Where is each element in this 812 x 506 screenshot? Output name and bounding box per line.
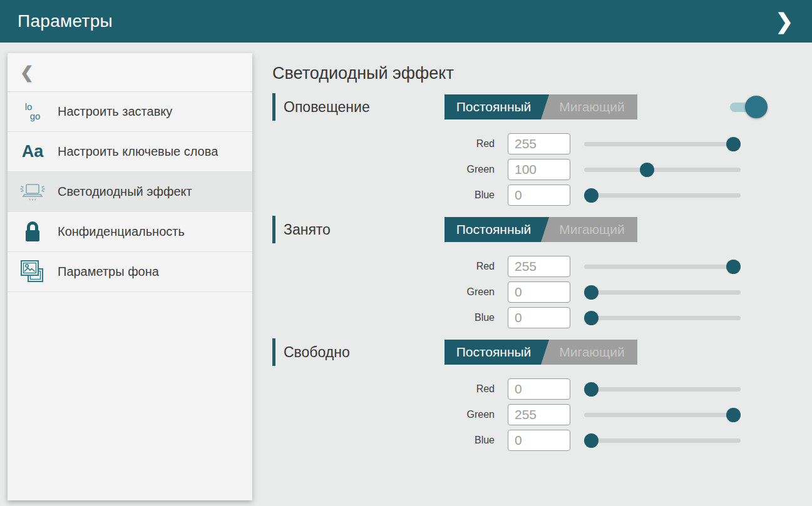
slider-track[interactable] (584, 142, 741, 146)
sidebar-item-label: Светодиодный эффект (58, 183, 196, 200)
section-notification: Оповещение Мигающий Постоянный Red (272, 93, 770, 206)
sidebar-item-label: Настроить заставку (58, 103, 176, 120)
sidebar-item-label: Конфиденциальность (58, 223, 188, 240)
expand-chevron-icon[interactable]: ❯ (772, 8, 798, 34)
content-title: Светодиодный эффект (272, 64, 770, 83)
blue-label: Blue (272, 435, 495, 446)
sidebar-item-screensaver[interactable]: lo go Настроить заставку (8, 92, 252, 132)
slider-track[interactable] (584, 290, 741, 295)
red-label: Red (272, 261, 495, 272)
rgb-row-green: Green (272, 404, 770, 425)
red-slider-thumb[interactable] (726, 260, 741, 274)
slider-track[interactable] (584, 265, 741, 269)
blue-label: Blue (272, 190, 495, 201)
green-slider (584, 404, 741, 425)
red-slider (584, 256, 741, 277)
blue-slider (584, 307, 741, 328)
slider-track[interactable] (584, 193, 741, 198)
blue-slider (584, 430, 741, 451)
slider-track[interactable] (584, 387, 741, 392)
blue-value-input[interactable] (508, 307, 570, 328)
blue-value-input[interactable] (508, 185, 570, 206)
green-value-input[interactable] (508, 159, 570, 180)
sidebar-item-led-effect[interactable]: Светодиодный эффект (8, 172, 252, 212)
section-busy: Занято Мигающий Постоянный Red Green (272, 215, 770, 328)
section-header: Занято Мигающий Постоянный (272, 215, 770, 244)
red-label: Red (272, 383, 495, 395)
settings-window: Параметры ❯ ❮ lo go Настроить заставку A… (0, 0, 812, 506)
mode-option-blinking[interactable]: Мигающий (547, 94, 637, 119)
rgb-row-green: Green (272, 281, 770, 303)
mode-toggle: Мигающий Постоянный (445, 340, 637, 365)
green-slider-thumb[interactable] (640, 163, 654, 177)
red-label: Red (272, 138, 495, 149)
sidebar-item-background[interactable]: Параметры фона (8, 252, 252, 292)
mode-toggle: Мигающий Постоянный (445, 94, 637, 119)
slider-track[interactable] (584, 316, 741, 320)
mode-option-solid[interactable]: Постоянный (445, 94, 549, 119)
blue-slider-thumb[interactable] (584, 188, 599, 203)
blue-slider-thumb[interactable] (584, 433, 599, 448)
rgb-row-red: Red (272, 378, 770, 400)
section-header: Оповещение Мигающий Постоянный (272, 93, 770, 121)
mode-toggle: Мигающий Постоянный (445, 217, 637, 242)
section-label: Свободно (284, 344, 421, 361)
blue-label: Blue (272, 312, 495, 323)
red-slider (584, 133, 741, 154)
green-slider-thumb[interactable] (584, 285, 599, 300)
keywords-aa-icon: Aa (8, 143, 58, 160)
notification-switch[interactable] (730, 94, 768, 119)
lock-icon (8, 220, 58, 244)
back-chevron-icon: ❮ (20, 64, 34, 81)
red-value-input[interactable] (508, 133, 570, 154)
logo-icon: lo go (8, 103, 58, 121)
slider-track[interactable] (584, 438, 741, 443)
led-effect-panel: Светодиодный эффект Оповещение Мигающий … (272, 56, 770, 455)
sidebar-item-label: Параметры фона (58, 263, 163, 280)
switch-knob (745, 96, 768, 118)
rgb-row-green: Green (272, 159, 770, 180)
rgb-row-red: Red (272, 256, 770, 277)
green-label: Green (272, 164, 495, 175)
mode-option-solid[interactable]: Постоянный (445, 340, 549, 365)
slider-track[interactable] (584, 168, 741, 172)
rgb-row-blue: Blue (272, 307, 770, 328)
red-slider (584, 378, 741, 400)
red-value-input[interactable] (508, 378, 570, 400)
rgb-controls: Red Green Blue (272, 133, 770, 206)
rgb-row-blue: Blue (272, 185, 770, 206)
section-label: Занято (284, 221, 421, 238)
sidebar-item-privacy[interactable]: Конфиденциальность (8, 212, 252, 252)
blue-slider-thumb[interactable] (584, 311, 599, 325)
rgb-row-blue: Blue (272, 430, 770, 451)
green-slider-thumb[interactable] (726, 408, 741, 422)
mode-option-blinking[interactable]: Мигающий (547, 340, 637, 365)
settings-sidebar: ❮ lo go Настроить заставку Aa Настроить … (8, 53, 252, 500)
red-slider-thumb[interactable] (726, 137, 741, 151)
green-value-input[interactable] (508, 404, 570, 425)
green-value-input[interactable] (508, 281, 570, 303)
red-value-input[interactable] (508, 256, 570, 277)
section-accent-bar (272, 93, 275, 121)
sidebar-item-keywords[interactable]: Aa Настроить ключевые слова (8, 132, 252, 172)
rgb-row-red: Red (272, 133, 770, 154)
blue-value-input[interactable] (508, 430, 570, 451)
mode-option-solid[interactable]: Постоянный (445, 217, 549, 242)
rgb-controls: Red Green Blue (272, 378, 770, 451)
section-accent-bar (272, 216, 275, 243)
section-header: Свободно Мигающий Постоянный (272, 338, 770, 367)
mode-option-blinking[interactable]: Мигающий (547, 217, 637, 242)
red-slider-thumb[interactable] (584, 382, 599, 397)
section-free: Свободно Мигающий Постоянный Red Green (272, 338, 770, 451)
rgb-controls: Red Green Blue (272, 256, 770, 328)
slider-track[interactable] (584, 413, 741, 417)
background-image-icon (8, 259, 58, 285)
green-label: Green (272, 409, 495, 420)
sidebar-item-label: Настроить ключевые слова (58, 143, 222, 160)
section-accent-bar (272, 338, 275, 366)
page-title: Параметры (18, 11, 113, 31)
section-label: Оповещение (284, 99, 421, 116)
green-slider (584, 281, 741, 303)
led-screen-icon (8, 181, 58, 203)
sidebar-back-button[interactable]: ❮ (8, 53, 252, 92)
